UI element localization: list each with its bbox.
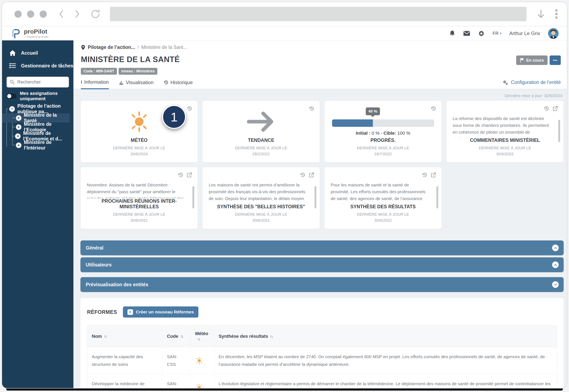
reforme-synthese: En décembre, les MSP étaient au nombre d…	[214, 347, 557, 374]
forward-icon[interactable]	[73, 9, 81, 19]
messages-envelope-icon[interactable]	[463, 30, 470, 36]
entity-configuration-link[interactable]: Configuration de l’entité	[503, 80, 561, 89]
assignments-toggle-label: Mes assignations uniquement	[20, 91, 73, 101]
accordion-previsualisation[interactable]: Prévisualisation des entités	[81, 277, 564, 292]
column-header-nom[interactable]: Nom↑↓	[87, 326, 162, 347]
external-link-icon[interactable]	[430, 172, 436, 178]
window-minimize-icon[interactable]	[27, 11, 34, 18]
entity-header: Pilotage de l’action... / Ministère de l…	[73, 41, 567, 89]
reforme-name-link[interactable]: Développer la médecine de proximité	[87, 374, 162, 389]
assignments-toggle[interactable]	[7, 93, 16, 99]
settings-gear-icon[interactable]	[478, 30, 485, 37]
scrollbar[interactable]	[315, 186, 316, 209]
reformes-table: Nom↑↓ Code↑↓ Météo ↑↓ Synt	[87, 325, 557, 389]
column-header-synthese[interactable]: Synthèse des résultats↑↓	[214, 326, 557, 347]
scrollbar[interactable]	[558, 120, 560, 142]
column-header-code[interactable]: Code↑↓	[162, 326, 191, 347]
external-link-icon[interactable]	[187, 172, 192, 178]
accordion-general[interactable]: Général	[81, 240, 564, 255]
tree-node-pilotage[interactable]: − Pilotage de l’action publique pa...	[2, 104, 73, 113]
tree-node-ministere-ecologie[interactable]: + Ministère de l’Ecologie	[2, 123, 73, 132]
scrollbar[interactable]	[193, 186, 194, 209]
sort-icon[interactable]: ↑↓	[270, 334, 273, 339]
user-avatar[interactable]	[548, 28, 559, 39]
external-link-icon[interactable]	[309, 172, 314, 178]
history-icon[interactable]	[187, 106, 192, 111]
download-icon[interactable]	[536, 9, 545, 19]
sort-icon[interactable]: ↑↓	[197, 337, 200, 341]
tab-historique[interactable]: Historique	[164, 79, 193, 89]
caret-down-icon: ▾	[500, 31, 501, 35]
card-footer: SYNTHÈSE DES "BELLES HISTOIRES" DERNIÈRE…	[209, 204, 313, 223]
tree-connector	[12, 127, 15, 127]
app-logo[interactable]: proPilot — Powered by dFakto	[10, 28, 48, 39]
sort-icon[interactable]: ↑↓	[104, 334, 107, 339]
create-reforme-button[interactable]: + Créer un nouveau Réformes	[123, 307, 198, 318]
sort-icon[interactable]: ↑↓	[180, 334, 183, 339]
expand-node-icon[interactable]: +	[16, 142, 21, 148]
tabs-row: i Information Visualisation	[81, 79, 561, 89]
sidebar-item-gestionnaire-taches[interactable]: Gestionnaire de tâches	[2, 59, 73, 72]
propilot-logo-icon	[10, 28, 21, 39]
card-tendance: TENDANCE DERNIÈRE MISE À JOUR LE 28/2/20…	[202, 101, 320, 163]
breadcrumb-level1[interactable]: Pilotage de l’action...	[88, 44, 135, 50]
assignments-toggle-row: Mes assignations uniquement	[7, 91, 73, 101]
search-input[interactable]	[17, 79, 77, 85]
history-icon[interactable]	[544, 106, 549, 111]
window-close-icon[interactable]	[14, 11, 22, 18]
history-icon	[164, 80, 168, 85]
status-en-cours-button[interactable]: En cours	[516, 56, 548, 65]
notifications-bell-icon[interactable]	[449, 30, 455, 37]
chevron-up-icon[interactable]	[552, 262, 559, 268]
chevron-down-icon[interactable]	[552, 281, 559, 288]
initial-value: 0 %	[372, 130, 379, 136]
app-body: Accueil Gestionnaire de tâches Mes	[2, 41, 567, 388]
history-icon[interactable]	[178, 172, 183, 178]
browser-chrome	[2, 2, 567, 26]
accordion-utilisateurs[interactable]: Utilisateurs	[81, 257, 564, 272]
expand-node-icon[interactable]: +	[16, 115, 21, 121]
chevron-up-icon[interactable]	[552, 245, 559, 251]
chrome-actions	[536, 9, 558, 19]
url-bar[interactable]	[110, 7, 527, 21]
tab-label: Information	[84, 79, 109, 85]
scrollbar[interactable]	[436, 186, 438, 209]
more-options-button[interactable]: •••	[550, 56, 561, 65]
tab-information[interactable]: i Information	[81, 79, 109, 89]
card-belles-histoires: Les maisons de santé ont permis d’amélio…	[202, 167, 320, 229]
expand-node-icon[interactable]: +	[16, 124, 21, 130]
card-reunions: Novembre: Assises de la santé Décembre: …	[81, 167, 198, 229]
card-title: SYNTHÈSE DES RÉSULTATS	[331, 204, 435, 210]
window-maximize-icon[interactable]	[40, 11, 47, 18]
info-icon: i	[81, 79, 82, 85]
browser-menu-icon[interactable]	[555, 9, 558, 19]
tab-visualisation[interactable]: Visualisation	[119, 79, 153, 89]
app-name: proPilot	[24, 28, 47, 35]
external-link-icon[interactable]	[553, 106, 558, 111]
back-icon[interactable]	[57, 9, 66, 19]
history-icon[interactable]	[300, 172, 305, 178]
sidebar-item-accueil[interactable]: Accueil	[2, 47, 73, 59]
collapse-node-icon[interactable]: −	[9, 106, 15, 112]
expand-node-icon[interactable]: +	[15, 133, 21, 139]
history-icon[interactable]	[309, 106, 314, 111]
reforme-name-link[interactable]: Augmenter la capacité des structures de …	[87, 347, 162, 374]
card-body-text: Les maisons de santé ont permis d’amélio…	[209, 182, 313, 204]
breadcrumb-level2[interactable]: Ministère de la Sant...	[141, 44, 187, 50]
tree-node-ministere-sante[interactable]: + Ministère de la Santé	[2, 113, 70, 123]
updated-label: DERNIÈRE MISE À JOUR LE	[113, 212, 165, 217]
refresh-icon[interactable]	[90, 9, 101, 19]
plus-icon: +	[127, 309, 133, 315]
range-separator: -	[381, 130, 382, 136]
main-content: Pilotage de l’action... / Ministère de l…	[73, 41, 567, 388]
language-label: FR	[492, 31, 499, 36]
history-icon[interactable]	[422, 172, 427, 178]
config-link-label: Configuration de l’entité	[511, 80, 561, 85]
column-header-meteo[interactable]: Météo ↑↓	[191, 326, 214, 347]
tree-node-ministere-economie[interactable]: + Ministère de l’Economie et d...	[2, 132, 73, 141]
language-selector[interactable]: FR ▾	[492, 31, 501, 36]
reforme-meteo	[191, 374, 214, 389]
status-label: En cours	[526, 58, 544, 63]
tree-node-ministere-interieur[interactable]: + Ministère de l’Intérieur	[2, 141, 73, 150]
user-name[interactable]: Arthur Le Grix	[509, 30, 540, 36]
